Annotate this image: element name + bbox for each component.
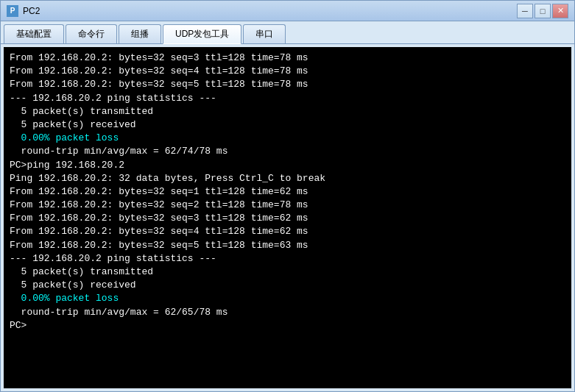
title-bar: P PC2 ─ □ ✕ <box>1 1 574 21</box>
terminal-line: From 192.168.20.2: bytes=32 seq=5 ttl=12… <box>10 78 565 91</box>
minimize-button[interactable]: ─ <box>517 4 533 18</box>
terminal-line: From 192.168.20.2: bytes=32 seq=4 ttl=12… <box>10 65 565 78</box>
tab-组播[interactable]: 组播 <box>119 24 161 43</box>
terminal-line: 5 packet(s) transmitted <box>10 266 565 279</box>
terminal-line: PC>ping 192.168.20.2 <box>10 159 565 172</box>
tab-命令行[interactable]: 命令行 <box>66 24 117 43</box>
main-window: P PC2 ─ □ ✕ 基础配置命令行组播UDP发包工具串口 From 192.… <box>0 0 575 392</box>
tab-基础配置[interactable]: 基础配置 <box>4 24 64 43</box>
terminal-line: round-trip min/avg/max = 62/74/78 ms <box>10 145 565 158</box>
terminal-line: --- 192.168.20.2 ping statistics --- <box>10 92 565 105</box>
terminal-line: From 192.168.20.2: bytes=32 seq=3 ttl=12… <box>10 212 565 225</box>
content-area: From 192.168.20.2: bytes=32 seq=3 ttl=12… <box>1 44 574 391</box>
terminal-line: 5 packet(s) received <box>10 279 565 292</box>
terminal-line: --- 192.168.20.2 ping statistics --- <box>10 252 565 266</box>
terminal-line: PC> <box>10 319 565 332</box>
maximize-button[interactable]: □ <box>535 4 551 18</box>
terminal-line: 5 packet(s) received <box>10 118 565 132</box>
terminal-line: From 192.168.20.2: bytes=32 seq=4 ttl=12… <box>10 225 565 238</box>
terminal-line: 5 packet(s) transmitted <box>10 105 565 118</box>
terminal-line: Ping 192.168.20.2: 32 data bytes, Press … <box>10 172 565 185</box>
terminal-line: round-trip min/avg/max = 62/65/78 ms <box>10 306 565 319</box>
terminal-line: From 192.168.20.2: bytes=32 seq=5 ttl=12… <box>10 239 565 252</box>
tab-bar: 基础配置命令行组播UDP发包工具串口 <box>1 21 574 44</box>
terminal-line: From 192.168.20.2: bytes=32 seq=3 ttl=12… <box>10 51 565 65</box>
window-title: PC2 <box>23 6 517 16</box>
terminal-line: From 192.168.20.2: bytes=32 seq=1 ttl=12… <box>10 185 565 199</box>
terminal[interactable]: From 192.168.20.2: bytes=32 seq=3 ttl=12… <box>4 47 571 388</box>
terminal-line: 0.00% packet loss <box>10 292 565 305</box>
tab-串口[interactable]: 串口 <box>243 24 286 43</box>
terminal-line: From 192.168.20.2: bytes=32 seq=2 ttl=12… <box>10 199 565 212</box>
title-buttons: ─ □ ✕ <box>517 4 568 18</box>
terminal-line: 0.00% packet loss <box>10 132 565 145</box>
close-button[interactable]: ✕ <box>552 4 568 18</box>
app-icon: P <box>7 5 18 17</box>
tab-UDP发包工具[interactable]: UDP发包工具 <box>163 24 241 44</box>
